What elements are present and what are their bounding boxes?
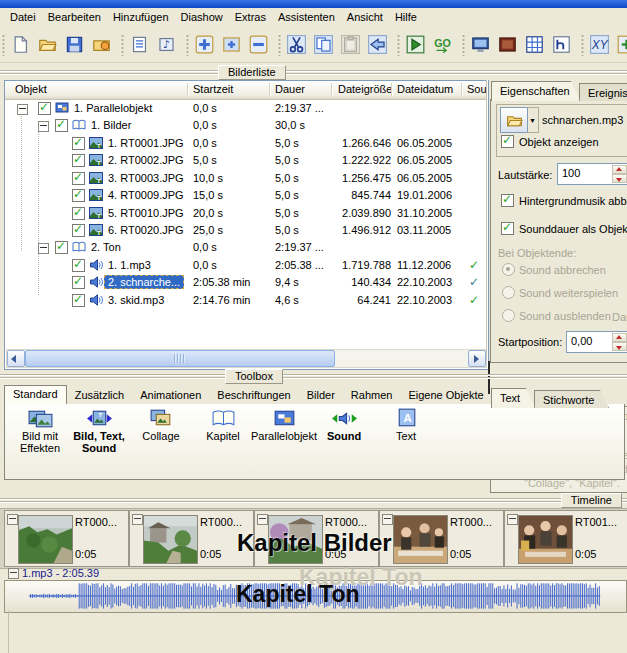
toolbox-item-bild-mit-effekten[interactable]: Bild mit Effekten: [10, 408, 70, 454]
tab-eigenschaften[interactable]: Eigenschaften: [491, 81, 580, 101]
toolbox-item-text[interactable]: AText: [381, 408, 431, 442]
toolbox-tab-rahmen[interactable]: Rahmen: [343, 387, 401, 404]
object-checkbox[interactable]: [38, 102, 51, 115]
tab-stichworte[interactable]: Stichworte: [534, 390, 609, 408]
save-icon[interactable]: [63, 34, 85, 56]
image-list-icon[interactable]: [128, 34, 150, 56]
timeline-caption-label[interactable]: Timeline: [561, 493, 622, 508]
column-header-dateigr-e[interactable]: Dateigröße: [338, 83, 392, 95]
column-header-objekt[interactable]: Objekt: [15, 83, 47, 95]
object-checkbox[interactable]: [72, 172, 85, 185]
horizontal-scrollbar[interactable]: [6, 349, 487, 368]
project-folder-icon[interactable]: [90, 34, 112, 56]
collapse-expander[interactable]: [17, 104, 28, 115]
remove-object-icon[interactable]: [247, 34, 269, 56]
view-grid-icon[interactable]: [523, 34, 545, 56]
collapse-audio-button[interactable]: [8, 568, 19, 579]
timeline-clip[interactable]: RT000...0:05: [379, 510, 504, 567]
open-folder-icon[interactable]: [36, 34, 58, 56]
sound-file-dropdown[interactable]: ▼: [527, 107, 539, 133]
toolbox-item-collage[interactable]: Collage: [131, 408, 191, 442]
object-label[interactable]: 3. skid.mp3: [108, 294, 164, 306]
object-checkbox[interactable]: [72, 259, 85, 272]
toolbox-tab-beschriftungen[interactable]: Beschriftungen: [209, 387, 298, 404]
volume-spinner[interactable]: [612, 165, 627, 183]
start-position-spinner[interactable]: [612, 333, 627, 351]
music-list-icon[interactable]: ♪: [155, 34, 177, 56]
object-label[interactable]: 3. RT0003.JPG: [108, 172, 184, 184]
toolbox-tab-zus-tzlich[interactable]: Zusätzlich: [67, 387, 133, 404]
timeline-clip[interactable]: RT000...0:05: [129, 510, 254, 567]
collapse-clip-button[interactable]: [132, 514, 143, 525]
toolbox-tab-bilder[interactable]: Bilder: [299, 387, 343, 404]
object-label[interactable]: 1. 1.mp3: [108, 259, 151, 271]
bg-music-checkbox[interactable]: [501, 194, 514, 207]
object-label[interactable]: 1. Parallelobjekt: [74, 102, 152, 114]
object-label[interactable]: 2. Ton: [91, 241, 121, 253]
object-checkbox[interactable]: [55, 241, 68, 254]
partial-icon-icon[interactable]: [615, 34, 627, 56]
show-object-checkbox[interactable]: [501, 135, 514, 148]
menu-item-hilfe[interactable]: Hilfe: [389, 9, 423, 26]
object-label[interactable]: 2. RT0002.JPG: [108, 154, 184, 166]
scroll-right-button[interactable]: [468, 350, 486, 367]
toolbox-tab-eigene-objekte[interactable]: Eigene Objekte: [400, 387, 491, 404]
collapse-clip-button[interactable]: [382, 514, 393, 525]
column-header-dateidatum[interactable]: Dateidatum: [397, 83, 453, 95]
play-preview-icon[interactable]: [404, 34, 426, 56]
object-checkbox[interactable]: [72, 276, 85, 289]
toolbox-item-bild-text-sound[interactable]: TBild, Text, Sound: [67, 408, 131, 454]
xy-position-icon[interactable]: XY: [588, 34, 610, 56]
add-image-icon[interactable]: [220, 34, 242, 56]
collapse-expander[interactable]: [38, 121, 49, 132]
open-sound-file-button[interactable]: [500, 107, 528, 133]
object-checkbox[interactable]: [72, 154, 85, 167]
toolbox-item-parallelobjekt[interactable]: Parallelobjekt: [246, 408, 322, 442]
object-checkbox[interactable]: [72, 189, 85, 202]
new-file-icon[interactable]: [9, 34, 31, 56]
object-checkbox[interactable]: [72, 207, 85, 220]
object-checkbox[interactable]: [72, 137, 85, 150]
object-checkbox[interactable]: [72, 224, 85, 237]
tab-ereignisse[interactable]: Ereignisse: [579, 83, 627, 101]
scroll-left-button[interactable]: [7, 350, 25, 367]
object-label[interactable]: 6. RT0020.JPG: [108, 224, 184, 236]
menu-item-diashow[interactable]: Diashow: [175, 9, 229, 26]
start-position-input[interactable]: 0,00: [566, 331, 627, 353]
cut-icon[interactable]: [285, 34, 307, 56]
view-storyboard-icon[interactable]: [550, 34, 572, 56]
view-image-icon[interactable]: [496, 34, 518, 56]
menu-item-assistenten[interactable]: Assistenten: [272, 9, 341, 26]
object-checkbox[interactable]: [55, 119, 68, 132]
object-label[interactable]: 1. Bilder: [91, 119, 131, 131]
navigate-back-icon[interactable]: [366, 34, 388, 56]
collapse-clip-button[interactable]: [257, 514, 268, 525]
volume-input[interactable]: 100: [557, 163, 627, 185]
toolbox-item-kapitel[interactable]: Kapitel: [193, 408, 253, 442]
toolbox-tab-standard[interactable]: Standard: [4, 385, 67, 404]
collapse-expander[interactable]: [38, 243, 49, 254]
column-header-dauer[interactable]: Dauer: [275, 83, 305, 95]
timeline-clip[interactable]: RT000...0:05: [4, 510, 129, 567]
toolbox-item-sound[interactable]: Sound: [316, 408, 372, 442]
object-label[interactable]: 5. RT0010.JPG: [108, 207, 184, 219]
title-bar[interactable]: [0, 0, 627, 8]
copy-icon[interactable]: [312, 34, 334, 56]
object-label[interactable]: 1. RT0001.JPG: [108, 137, 184, 149]
object-label[interactable]: 4. RT0009.JPG: [108, 189, 184, 201]
menu-item-bearbeiten[interactable]: Bearbeiten: [42, 9, 107, 26]
column-header-startzeit[interactable]: Startzeit: [193, 83, 233, 95]
timeline-clip[interactable]: RT001...0:05: [504, 510, 627, 567]
menu-item-ansicht[interactable]: Ansicht: [341, 9, 389, 26]
column-header-sound[interactable]: Sound: [467, 83, 489, 95]
menu-item-extras[interactable]: Extras: [229, 9, 272, 26]
go-export-icon[interactable]: GO: [431, 34, 453, 56]
sound-duration-checkbox[interactable]: [501, 222, 514, 235]
add-object-icon[interactable]: [193, 34, 215, 56]
scrollbar-thumb[interactable]: [25, 350, 335, 367]
collapse-clip-button[interactable]: [7, 514, 18, 525]
view-monitor-icon[interactable]: [469, 34, 491, 56]
toolbox-tab-animationen[interactable]: Animationen: [132, 387, 209, 404]
toolbox-caption-label[interactable]: Toolbox: [225, 369, 283, 384]
collapse-clip-button[interactable]: [507, 514, 518, 525]
